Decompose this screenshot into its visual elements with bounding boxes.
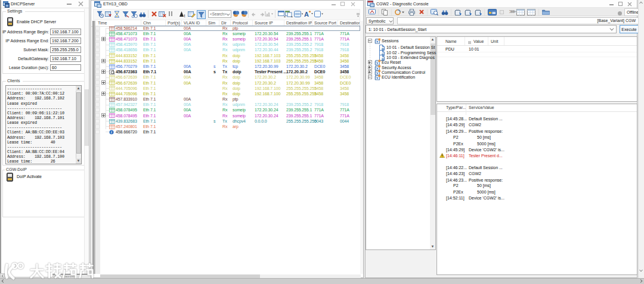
- svg-text:t: t: [184, 14, 185, 18]
- svg-text:A: A: [304, 11, 309, 18]
